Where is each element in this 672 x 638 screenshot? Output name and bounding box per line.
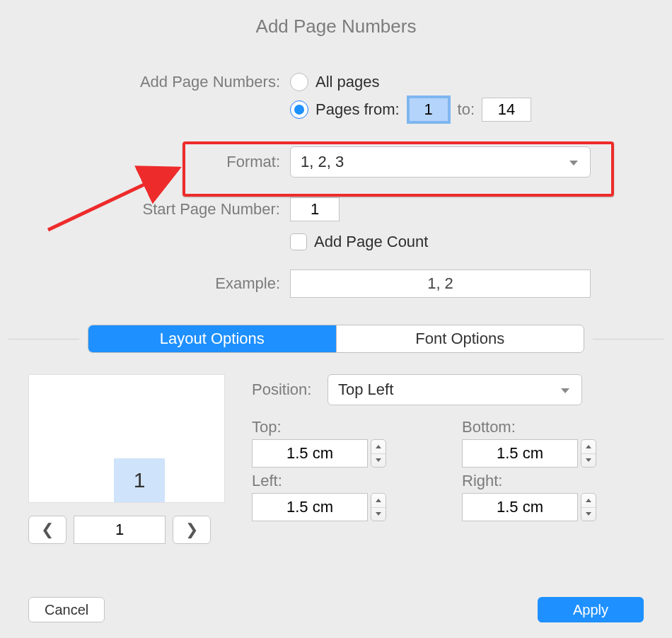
label-add-page-count: Add Page Count — [314, 233, 428, 251]
cancel-button[interactable]: Cancel — [28, 597, 105, 622]
input-start-page[interactable] — [290, 197, 340, 221]
page-preview: 1 ❮ ❯ — [28, 374, 225, 544]
chevron-down-icon — [567, 156, 580, 168]
preview-page-number: 1 — [114, 458, 165, 502]
label-example: Example: — [0, 274, 290, 293]
row-start-page: Start Page Number: — [0, 197, 672, 221]
input-margin-top[interactable] — [252, 439, 368, 468]
stepper-margin-left[interactable] — [371, 493, 386, 521]
margin-left-group: Left: — [252, 472, 434, 521]
stepper-margin-bottom[interactable] — [581, 439, 596, 468]
label-left: Left: — [252, 472, 434, 490]
row-format: Format: 1, 2, 3 — [0, 146, 672, 178]
input-margin-right[interactable] — [462, 493, 578, 521]
chevron-left-icon: ❮ — [41, 521, 54, 539]
example-box: 1, 2 — [290, 269, 591, 298]
radio-pages-from[interactable] — [290, 100, 308, 119]
button-row: Cancel Apply — [0, 597, 672, 622]
preview-page-input[interactable] — [74, 516, 166, 544]
label-start-page: Start Page Number: — [0, 200, 290, 219]
row-scope-allpages: Add Page Numbers: All pages — [0, 73, 672, 91]
row-add-page-count: Add Page Count — [0, 233, 672, 251]
preview-page: 1 — [28, 374, 225, 503]
label-pages-from: Pages from: — [315, 100, 400, 119]
select-position[interactable]: Top Left — [328, 374, 582, 405]
input-page-to[interactable] — [482, 98, 531, 122]
margin-right-group: Right: — [462, 472, 644, 521]
layout-options-panel: 1 ❮ ❯ Position: Top Left Top: — [0, 353, 672, 544]
input-margin-bottom[interactable] — [462, 439, 578, 468]
tab-layout-options[interactable]: Layout Options — [88, 325, 336, 352]
apply-button[interactable]: Apply — [538, 597, 644, 622]
chevron-down-icon — [559, 383, 572, 396]
next-page-button[interactable]: ❯ — [173, 516, 211, 544]
select-position-value: Top Left — [338, 381, 393, 399]
label-format: Format: — [0, 153, 290, 171]
label-add-page-numbers: Add Page Numbers: — [0, 73, 290, 91]
radio-all-pages[interactable] — [290, 73, 308, 91]
segmented-options: Layout Options Font Options — [88, 325, 584, 353]
label-right: Right: — [462, 472, 644, 490]
margin-bottom-group: Bottom: — [462, 418, 644, 468]
label-all-pages: All pages — [315, 73, 380, 91]
select-format[interactable]: 1, 2, 3 — [290, 146, 591, 178]
label-bottom: Bottom: — [462, 418, 644, 436]
dialog-title: Add Page Numbers — [0, 0, 672, 37]
stepper-margin-right[interactable] — [581, 493, 596, 521]
row-scope-pagesfrom: Pages from: to: — [0, 95, 672, 124]
stepper-margin-top[interactable] — [371, 439, 386, 468]
checkbox-add-page-count[interactable] — [290, 233, 307, 250]
tabs-divider: Layout Options Font Options — [0, 325, 672, 353]
margin-top-group: Top: — [252, 418, 434, 468]
prev-page-button[interactable]: ❮ — [28, 516, 66, 544]
label-to: to: — [458, 100, 475, 119]
label-top: Top: — [252, 418, 434, 436]
row-example: Example: 1, 2 — [0, 269, 672, 298]
row-position: Position: Top Left — [252, 374, 644, 405]
input-margin-left[interactable] — [252, 493, 368, 521]
select-format-value: 1, 2, 3 — [301, 153, 344, 171]
input-page-from[interactable] — [407, 95, 451, 124]
chevron-right-icon: ❯ — [185, 521, 198, 539]
tab-font-options[interactable]: Font Options — [336, 325, 584, 352]
label-position: Position: — [252, 381, 319, 399]
